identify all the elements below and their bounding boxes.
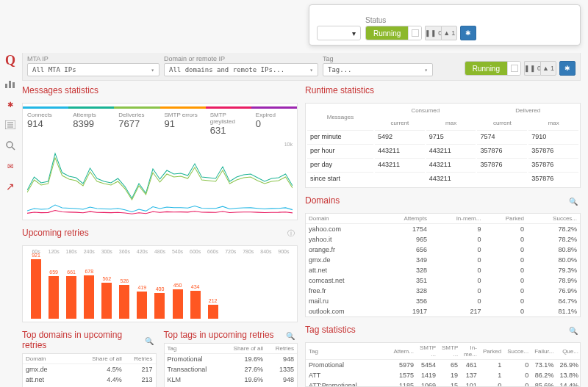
status-toolbar: ▾ Status Running ❚❚0 ▲1 ✱	[309, 4, 581, 46]
table-row: since start443211357876	[307, 172, 578, 184]
table-row: Promotional59795454654611073.1%26.9%46	[306, 360, 581, 371]
retry-bar: 661	[62, 270, 80, 319]
warning-button[interactable]: ▲1	[441, 26, 457, 40]
mta-filter-label: MTA IP	[27, 55, 159, 62]
retry-bar: 212	[204, 298, 222, 319]
retries-panel: 60s120s180s240s300s360s420s480s540s600s6…	[22, 245, 298, 322]
pause-icon: ❚❚	[425, 29, 437, 37]
config-icon[interactable]: ✱	[4, 99, 17, 109]
table-row: comcast.net3510078.9%	[306, 275, 580, 286]
retry-bar: 434	[187, 284, 204, 319]
warning-icon: ▲	[542, 65, 549, 72]
search-icon-mini[interactable]: 🔍	[286, 332, 295, 340]
stop-icon[interactable]	[408, 26, 421, 40]
table-row: per hour443211443211357876357876	[307, 144, 578, 156]
search-icon-mini[interactable]: 🔍	[569, 198, 578, 206]
msg-stats-title: Messages statistics	[22, 84, 98, 98]
pause-button-inline[interactable]: ❚❚0	[524, 61, 540, 76]
retry-bar	[275, 317, 293, 319]
mta-filter-select[interactable]: All MTA IPs	[27, 63, 159, 76]
tag-filter-select[interactable]: Tag...	[323, 63, 433, 76]
warning-icon: ▲	[443, 29, 450, 37]
msg-stats-header: Messages statistics	[22, 82, 298, 98]
status-pill[interactable]: Running	[365, 26, 422, 40]
top-domains-title: Top domains in upcoming retries	[22, 328, 145, 353]
svg-rect-1	[9, 81, 11, 88]
retry-bar: 400	[151, 286, 168, 319]
logo: Q	[5, 53, 15, 68]
settings-button[interactable]: ✱	[460, 26, 476, 40]
table-row: free.fr3280076.9%	[306, 286, 580, 296]
table-row: ATT:Promotional11851069151010085.6%14.4%…	[306, 380, 581, 387]
info-icon[interactable]: ⓘ	[287, 228, 295, 239]
table-row: outlook.com1917217081.1%	[306, 306, 580, 317]
svg-line-8	[12, 147, 15, 150]
retry-bar	[257, 317, 275, 319]
pause-icon: ❚❚	[524, 65, 536, 72]
table-row: att.net3280079.3%	[306, 265, 580, 275]
top-domains-panel: DomainShare of allRetriesgmx.de4.5%217at…	[22, 353, 157, 387]
table-row: KLM19.6%948	[165, 375, 298, 385]
sidebar: Q ✱ ✉ ↗	[0, 51, 21, 192]
table-row: Promotional19.6%948	[165, 354, 298, 365]
domains-panel: DomainAttemptsIn-mem...ParkedSucces...ya…	[305, 213, 581, 317]
status-selector[interactable]: ▾	[317, 26, 361, 40]
retry-bar: 562	[98, 276, 115, 319]
metric-expired: Expired0	[251, 106, 297, 139]
share-icon[interactable]: ↗	[4, 181, 17, 192]
list-icon[interactable]	[4, 120, 17, 130]
retry-bar: 921	[27, 253, 45, 319]
metric-connects: Connects914	[23, 106, 68, 139]
retry-bar	[240, 317, 257, 319]
tag-filter-label: Tag	[323, 55, 433, 62]
table-row: mail.ru3560084.7%	[306, 296, 580, 306]
gear-icon: ✱	[564, 65, 570, 72]
table-row: yahoo.com17549078.2%	[306, 224, 580, 235]
search-icon-mini[interactable]: 🔍	[145, 337, 154, 345]
table-row: orange.fr6560080.8%	[306, 245, 580, 255]
stop-icon-inline[interactable]	[507, 62, 520, 75]
pause-button[interactable]: ❚❚0	[425, 26, 441, 40]
table-row: att.net4.4%213	[23, 375, 156, 385]
retry-bar	[222, 317, 240, 319]
domains-title: Domains	[305, 194, 340, 209]
search-icon[interactable]	[4, 140, 17, 151]
retry-bar: 450	[169, 283, 187, 319]
retry-bar: 659	[45, 270, 62, 319]
warning-button-inline[interactable]: ▲1	[540, 61, 556, 76]
running-badge: Running	[366, 26, 408, 40]
top-tags-panel: TagShare of allRetriesPromotional19.6%94…	[164, 343, 298, 387]
metric-deliveries: Deliveries7677	[114, 106, 159, 139]
retries-title: Upcoming retries	[22, 226, 89, 241]
tag-stats-panel: TagAttem...SMTP ...SMTP ...In-me...Parke…	[305, 342, 581, 387]
chevron-down-icon: ▾	[352, 29, 356, 37]
domain-filter-label: Domain or remote IP	[164, 55, 318, 62]
status-pill-inline[interactable]: Running	[465, 61, 521, 76]
stats-icon[interactable]	[4, 79, 17, 89]
runtime-panel: MessagesConsumedDeliveredcurrentmaxcurre…	[305, 103, 581, 188]
filter-bar: MTA IP All MTA IPs Domain or remote IP A…	[22, 53, 581, 81]
runtime-title: Runtime statistics	[305, 84, 374, 98]
retries-header: Upcoming retriesⓘ	[22, 225, 298, 241]
svg-point-7	[7, 142, 12, 148]
gear-icon: ✱	[465, 29, 471, 37]
table-row: Transactional27.6%1335	[165, 364, 298, 375]
metric-smtp-greylisted: SMTP greylisted631	[206, 106, 251, 139]
top-tags-title: Top tags in upcoming retries	[164, 328, 274, 343]
svg-rect-2	[12, 82, 15, 88]
retry-bar: 419	[133, 285, 151, 319]
table-row: gmx.de4.5%217	[23, 364, 156, 375]
retry-bar: 678	[80, 269, 98, 319]
msg-stats-panel: Connects914Attempts8399Deliveries7677SMT…	[22, 103, 298, 220]
msg-stats-chart: 10k	[27, 142, 293, 215]
mail-icon[interactable]: ✉	[4, 161, 17, 171]
search-icon-mini[interactable]: 🔍	[569, 327, 578, 335]
metric-attempts: Attempts8399	[68, 106, 114, 139]
settings-button-inline[interactable]: ✱	[559, 61, 576, 76]
tag-stats-title: Tag statistics	[305, 323, 356, 338]
status-label: Status	[365, 16, 573, 24]
domain-filter-select[interactable]: All domains and remote IPs...	[164, 63, 318, 76]
retry-bar: 526	[115, 278, 133, 319]
svg-rect-0	[5, 84, 7, 88]
table-row: gmx.de3490080.0%	[306, 255, 580, 265]
